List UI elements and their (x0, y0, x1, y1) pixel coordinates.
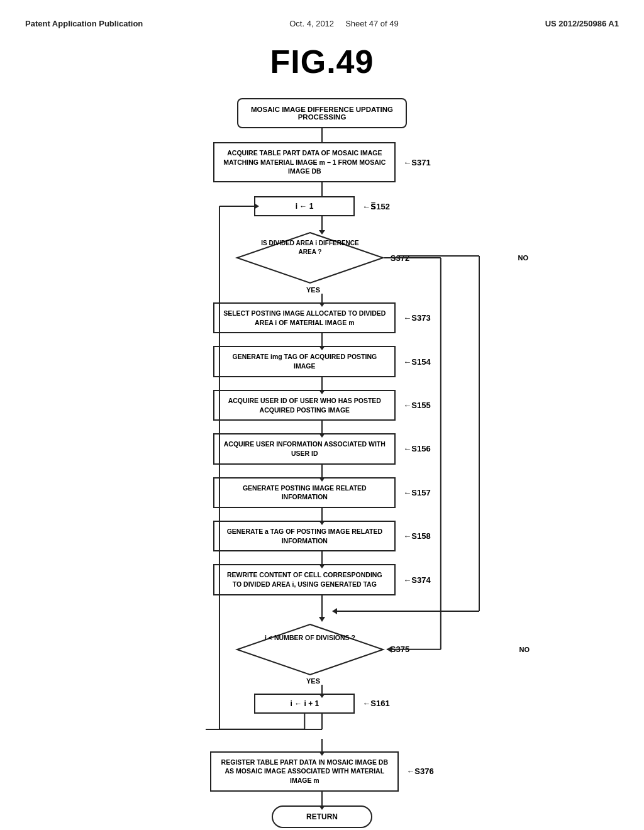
step-S158-row: GENERATE a TAG OF POSTING IMAGE RELATED … (127, 521, 517, 551)
yes-label-S375: YES (306, 677, 320, 685)
label-S154: ←S154 (403, 357, 430, 367)
arrow-2 (321, 182, 323, 196)
step-S373-row: SELECT POSTING IMAGE ALLOCATED TO DIVIDE… (127, 302, 517, 333)
step-S157-row: GENERATE POSTING IMAGE RELATED INFORMATI… (127, 477, 517, 508)
yes-arrow-S375: YES (127, 677, 517, 694)
header-date-sheet: Oct. 4, 2012 Sheet 47 of 49 (143, 19, 545, 28)
header-sheet: Sheet 47 of 49 (345, 19, 399, 28)
label-S157: ←S157 (403, 488, 430, 497)
step-S376: REGISTER TABLE PART DATA IN MOSAIC IMAGE… (210, 751, 399, 792)
figure-title: FIG.49 (25, 43, 619, 80)
no-label-S375: NO (519, 646, 530, 653)
step-S156-row: ACQUIRE USER INFORMATION ASSOCIATED WITH… (127, 433, 517, 464)
step-S154-row: GENERATE img TAG OF ACQUIRED POSTING IMA… (127, 346, 517, 377)
label-S371: ←S371 (403, 158, 430, 167)
step-S158: GENERATE a TAG OF POSTING IMAGE RELATED … (213, 521, 396, 551)
arrow-3 (321, 216, 323, 230)
step-S376-row: REGISTER TABLE PART DATA IN MOSAIC IMAGE… (210, 751, 433, 792)
step-S152-row: i ← 1 ←S̅152 (127, 196, 517, 216)
arrow-8 (321, 508, 323, 521)
page: Patent Application Publication Oct. 4, 2… (0, 0, 644, 830)
step-S161: i ← i + 1 (254, 694, 355, 714)
arrow-7 (321, 465, 323, 477)
step-S372-row: IS DIVIDED AREA i DIFFERENCE AREA ? S372… (127, 230, 517, 285)
step-S373: SELECT POSTING IMAGE ALLOCATED TO DIVIDE… (213, 302, 396, 333)
step-S154: GENERATE img TAG OF ACQUIRED POSTING IMA… (213, 346, 396, 377)
label-S155: ←S155 (403, 401, 430, 410)
step-S156: ACQUIRE USER INFORMATION ASSOCIATED WITH… (213, 433, 396, 464)
start-box: MOSAIC IMAGE DIFFERENCE UPDATING PROCESS… (237, 98, 407, 128)
diamond-S375: i < NUMBER OF DIVISIONS ? (235, 622, 386, 677)
label-S372: S372 (391, 253, 409, 263)
step-S152: i ← 1 (254, 196, 355, 216)
diamond-S375-text: i < NUMBER OF DIVISIONS ? (250, 633, 370, 642)
svg-marker-2 (319, 617, 325, 622)
yes-label-S372: YES (306, 286, 320, 294)
label-S374: ←S374 (403, 575, 430, 585)
step-S371: ACQUIRE TABLE PART DATA OF MOSAIC IMAGE … (213, 142, 396, 182)
no-label-S372: NO (518, 254, 529, 262)
arrow-4 (321, 333, 323, 346)
svg-marker-6 (332, 608, 337, 614)
step-S157: GENERATE POSTING IMAGE RELATED INFORMATI… (213, 477, 396, 508)
arrow-9 (321, 551, 323, 564)
diamond-S372-text: IS DIVIDED AREA i DIFFERENCE AREA ? (253, 239, 367, 256)
label-S161: ←S161 (362, 699, 389, 708)
arrow-6 (321, 421, 323, 433)
header-patent-number: US 2012/250986 A1 (545, 19, 619, 28)
step-S155: ACQUIRE USER ID OF USER WHO HAS POSTED A… (213, 390, 396, 421)
label-S156: ←S156 (403, 444, 430, 453)
header-publication: Patent Application Publication (25, 19, 143, 28)
step-S155-row: ACQUIRE USER ID OF USER WHO HAS POSTED A… (127, 390, 517, 421)
arrow-1 (321, 128, 323, 142)
loop-back-svg (127, 714, 517, 739)
step-S374: REWRITE CONTENT OF CELL CORRESPONDING TO… (213, 564, 396, 595)
start-box-row: MOSAIC IMAGE DIFFERENCE UPDATING PROCESS… (127, 98, 517, 128)
header-date: Oct. 4, 2012 (289, 19, 334, 28)
label-S376: ←S376 (406, 766, 433, 776)
loop-area: IS DIVIDED AREA i DIFFERENCE AREA ? S372… (127, 230, 517, 739)
label-S152: ←S̅152 (362, 202, 390, 211)
label-S375: S375 (391, 645, 409, 654)
arrow-11 (321, 792, 323, 805)
label-S373: ←S373 (403, 313, 430, 323)
step-S375-row: i < NUMBER OF DIVISIONS ? S375 NO (127, 622, 517, 677)
arrow-10 (321, 739, 323, 751)
step-S371-row: ACQUIRE TABLE PART DATA OF MOSAIC IMAGE … (127, 142, 517, 182)
yes-arrow-S372: YES (127, 285, 517, 302)
arrow-5 (321, 377, 323, 390)
label-S158: ←S158 (403, 531, 430, 541)
step-S374-row: REWRITE CONTENT OF CELL CORRESPONDING TO… (127, 564, 517, 595)
diamond-S372: IS DIVIDED AREA i DIFFERENCE AREA ? (235, 230, 386, 285)
header: Patent Application Publication Oct. 4, 2… (25, 13, 619, 31)
